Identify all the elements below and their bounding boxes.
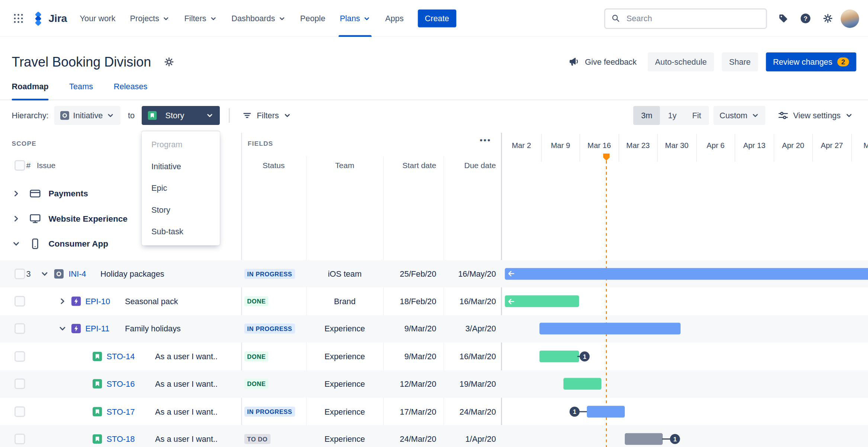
create-button[interactable]: Create [418,10,456,28]
story-icon [148,111,157,120]
timeline-bar[interactable] [563,378,601,390]
timeline-bar[interactable] [540,351,579,363]
help-button[interactable]: ? [796,9,815,28]
start-date-cell[interactable]: 24/Mar/20 [383,425,444,447]
status-badge[interactable]: IN PROGRESS [244,406,295,417]
search-input[interactable] [626,13,761,23]
tab-releases[interactable]: Releases [114,82,148,100]
nav-item-filters[interactable]: Filters [177,0,224,37]
chevron-right-icon[interactable] [58,297,67,306]
nav-item-projects[interactable]: Projects [123,0,177,37]
start-date-cell[interactable]: 9/Mar/20 [383,315,444,343]
review-changes-button[interactable]: Review changes 2 [766,52,856,71]
row-checkbox[interactable] [15,268,25,279]
chevron-right-icon[interactable] [12,189,21,198]
give-feedback-button[interactable]: Give feedback [564,55,640,69]
issue-key-link[interactable]: EPI-11 [86,324,110,333]
timeline-bar[interactable] [505,295,579,307]
row-checkbox[interactable] [15,379,25,389]
start-date-cell[interactable]: 12/Mar/20 [383,370,444,398]
issue-key-link[interactable]: STO-17 [107,407,135,416]
fields-more-button[interactable]: ••• [476,135,495,145]
bar-count-badge[interactable]: 1 [570,406,580,417]
due-date-cell[interactable]: 16/Mar/20 [444,343,502,370]
chevron-down-icon[interactable] [40,269,49,278]
select-all-checkbox[interactable] [15,160,25,171]
avatar[interactable] [841,9,859,28]
tab-roadmap[interactable]: Roadmap [12,82,49,100]
status-badge[interactable]: TO DO [244,434,270,444]
due-date-cell[interactable]: 24/Mar/20 [444,398,502,425]
bar-count-badge[interactable]: 1 [580,351,590,361]
issue-key-link[interactable]: INI-4 [69,269,86,278]
scope-cell: EPI-11 Family holidays [0,315,241,343]
chevron-right-icon[interactable] [12,214,21,223]
bar-count-badge[interactable]: 1 [670,434,680,444]
due-date-cell[interactable]: 1/Apr/20 [444,425,502,447]
timeline-bar[interactable] [540,323,681,335]
zoom-option-3m[interactable]: 3m [633,106,660,125]
team-cell[interactable]: Experience [306,398,383,425]
dropdown-item-epic[interactable]: Epic [142,177,220,199]
due-date-cell[interactable]: 19/Mar/20 [444,370,502,398]
timeline-week-label: Mar 16 [580,134,618,162]
row-checkbox[interactable] [15,434,25,444]
auto-schedule-button[interactable]: Auto-schedule [648,52,714,71]
team-cell[interactable]: Experience [306,370,383,398]
due-date-cell[interactable]: 3/Apr/20 [444,315,502,343]
due-date-cell[interactable]: 16/May/20 [444,260,502,287]
start-date-cell[interactable]: 18/Feb/20 [383,287,444,315]
jira-logo[interactable]: Jira [31,12,67,26]
status-badge[interactable]: DONE [244,351,269,361]
row-checkbox[interactable] [15,296,25,307]
nav-item-people[interactable]: People [293,0,333,37]
row-checkbox[interactable] [15,324,25,334]
hierarchy-from-dropdown[interactable]: Initiative [54,106,121,125]
chevron-down-icon[interactable] [58,324,67,333]
initiative-icon [54,269,64,279]
timeline-bar[interactable] [587,406,625,418]
filters-button[interactable]: Filters [239,106,295,125]
hierarchy-to-dropdown[interactable]: Story [142,106,220,125]
start-date-cell[interactable]: 25/Feb/20 [383,260,444,287]
start-date-cell[interactable]: 17/Mar/20 [383,398,444,425]
dropdown-item-story[interactable]: Story [142,199,220,221]
row-checkbox[interactable] [15,406,25,417]
timeline-bar[interactable] [505,268,868,280]
start-date-cell[interactable]: 9/Mar/20 [383,343,444,370]
chevron-down-icon[interactable] [12,239,21,248]
status-badge[interactable]: IN PROGRESS [244,269,295,279]
nav-item-your-work[interactable]: Your work [73,0,123,37]
settings-button[interactable] [819,9,838,28]
status-badge[interactable]: IN PROGRESS [244,324,295,334]
nav-item-dashboards[interactable]: Dashboards [224,0,293,37]
row-checkbox[interactable] [15,351,25,362]
team-cell[interactable]: iOS team [306,260,383,287]
dropdown-item-subtask[interactable]: Sub-task [142,221,220,242]
status-badge[interactable]: DONE [244,379,269,389]
plan-settings-button[interactable] [160,52,179,71]
view-settings-button[interactable]: View settings [774,106,856,125]
custom-range-dropdown[interactable]: Custom [713,106,765,125]
team-cell[interactable]: Brand [306,287,383,315]
status-cell: IN PROGRESS [241,260,306,287]
zoom-option-fit[interactable]: Fit [684,106,709,125]
due-date-cell[interactable]: 16/Mar/20 [444,287,502,315]
issue-key-link[interactable]: STO-16 [107,379,135,388]
nav-item-apps[interactable]: Apps [378,0,411,37]
team-cell[interactable]: Experience [306,343,383,370]
team-cell[interactable]: Experience [306,315,383,343]
team-cell[interactable]: Experience [306,425,383,447]
nav-item-plans[interactable]: Plans [332,0,378,37]
status-badge[interactable]: DONE [244,296,269,306]
tag-button[interactable] [774,9,793,28]
issue-key-link[interactable]: STO-18 [107,435,135,444]
dropdown-item-initiative[interactable]: Initiative [142,155,220,177]
tab-teams[interactable]: Teams [69,82,93,100]
issue-key-link[interactable]: EPI-10 [86,297,110,306]
issue-key-link[interactable]: STO-14 [107,352,135,361]
app-switcher-button[interactable] [9,9,28,28]
timeline-bar[interactable] [625,433,663,445]
zoom-option-1y[interactable]: 1y [660,106,684,125]
share-button[interactable]: Share [722,52,758,71]
